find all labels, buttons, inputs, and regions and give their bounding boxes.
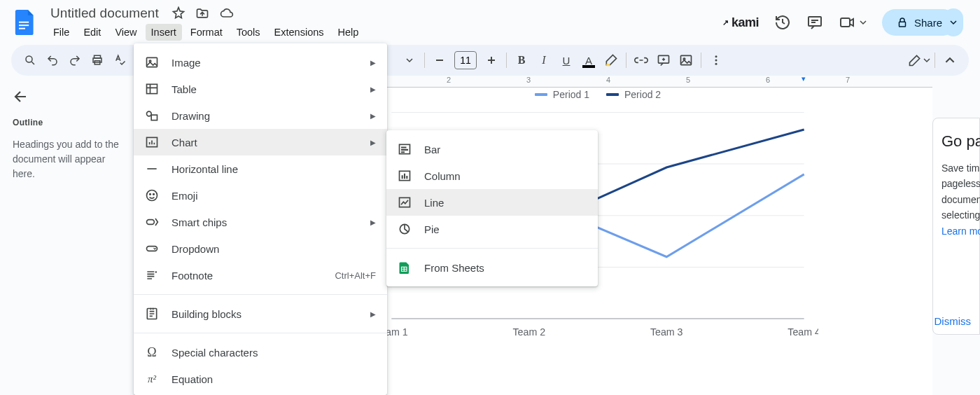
redo-icon[interactable]	[64, 50, 85, 71]
menu-help[interactable]: Help	[332, 24, 365, 41]
learn-more-link[interactable]: Learn more	[941, 226, 980, 237]
search-menus-icon[interactable]	[20, 50, 41, 71]
menu-insert[interactable]: Insert	[146, 24, 182, 41]
insert-item-dropdown[interactable]: Dropdown	[134, 235, 387, 262]
print-icon[interactable]	[87, 50, 108, 71]
chart-item-pie[interactable]: Pie	[386, 216, 598, 242]
table-icon	[145, 82, 159, 96]
insert-item-building-blocks[interactable]: Building blocks ▶	[134, 300, 387, 327]
move-icon[interactable]	[195, 6, 209, 20]
menu-file[interactable]: File	[48, 24, 75, 41]
emoji-icon	[145, 188, 159, 202]
pie-icon	[398, 222, 412, 236]
meet-button[interactable]	[839, 14, 867, 31]
caret-down-icon[interactable]	[399, 50, 420, 71]
svg-rect-11	[681, 55, 692, 64]
header-actions: ↗kami Share	[722, 8, 969, 36]
insert-item-special-characters[interactable]: Ω Special characters	[134, 339, 387, 366]
dismiss-button[interactable]: Dismiss	[934, 315, 972, 327]
menu-extensions[interactable]: Extensions	[269, 24, 330, 41]
footnote-icon	[145, 268, 159, 282]
outline-back-icon[interactable]	[13, 88, 32, 108]
insert-image-icon[interactable]	[676, 50, 696, 71]
menu-item-label: Chart	[172, 137, 358, 148]
svg-point-32	[147, 190, 158, 201]
outline-placeholder: Headings you add to the document will ap…	[13, 137, 119, 181]
undo-icon[interactable]	[42, 50, 63, 71]
dropdown-icon	[145, 242, 159, 256]
menu-edit[interactable]: Edit	[78, 24, 106, 41]
underline-icon[interactable]: U	[556, 50, 577, 71]
doc-title[interactable]: Untitled document	[45, 4, 164, 22]
menu-tools[interactable]: Tools	[231, 24, 266, 41]
image-icon	[145, 55, 159, 69]
font-size-input[interactable]	[454, 51, 477, 69]
blocks-icon	[145, 307, 159, 321]
chevron-right-icon: ▶	[370, 85, 376, 93]
increase-font-icon[interactable]	[481, 50, 502, 71]
decrease-font-icon[interactable]	[429, 50, 450, 71]
comments-icon[interactable]	[806, 14, 823, 31]
menu-item-label: Image	[172, 57, 358, 69]
insert-item-table[interactable]: Table ▶	[134, 76, 387, 102]
lock-icon	[896, 16, 909, 29]
italic-icon[interactable]: I	[533, 50, 554, 71]
svg-text:Team 3: Team 3	[650, 326, 683, 338]
insert-item-chart[interactable]: Chart ▶	[134, 129, 387, 155]
ruler-tick: 3	[526, 76, 531, 84]
history-icon[interactable]	[774, 14, 791, 31]
menu-item-label: Drawing	[172, 110, 358, 122]
insert-item-drawing[interactable]: Drawing ▶	[134, 102, 387, 129]
docs-logo[interactable]	[11, 8, 39, 36]
svg-rect-5	[899, 22, 905, 27]
text-color-icon[interactable]: A	[578, 50, 599, 71]
menu-item-label: Dropdown	[172, 243, 376, 255]
menu-item-label: Special characters	[172, 347, 376, 359]
chevron-right-icon: ▶	[370, 139, 376, 146]
menu-view[interactable]: View	[109, 24, 142, 41]
insert-item-emoji[interactable]: Emoji	[134, 182, 387, 209]
insert-item-image[interactable]: Image ▶	[134, 49, 387, 76]
highlight-icon[interactable]	[601, 50, 622, 71]
chart-item-from-sheets[interactable]: From Sheets	[386, 254, 598, 281]
caret-down-icon	[923, 57, 930, 64]
menu-format[interactable]: Format	[185, 24, 228, 41]
chart-item-line[interactable]: Line	[386, 189, 598, 216]
kami-extension[interactable]: ↗kami	[722, 15, 759, 30]
sheets-icon	[398, 261, 412, 275]
chart-legend: Period 1 Period 2	[377, 85, 818, 100]
chart-item-bar[interactable]: Bar	[386, 136, 598, 162]
menu-item-label: Table	[172, 83, 358, 95]
insert-item-footnote[interactable]: Footnote Ctrl+Alt+F	[134, 262, 387, 289]
star-icon[interactable]	[172, 6, 186, 20]
cloud-status-icon[interactable]	[219, 6, 234, 20]
svg-point-15	[715, 63, 718, 65]
menu-item-label: Horizontal line	[172, 163, 376, 175]
add-comment-icon[interactable]	[653, 50, 674, 71]
menu-item-label: Pie	[424, 223, 587, 235]
svg-text:Team 4: Team 4	[788, 326, 818, 338]
menu-item-label: Emoji	[172, 190, 376, 202]
insert-item-horizontal-line[interactable]: Horizontal line	[134, 155, 387, 182]
spellcheck-icon[interactable]	[109, 50, 130, 71]
share-dropdown[interactable]	[944, 8, 963, 36]
insert-item-smart-chips[interactable]: Smart chips ▶	[134, 209, 387, 235]
omega-icon: Ω	[145, 345, 159, 359]
chart-item-column[interactable]: Column	[386, 162, 598, 189]
menu-item-label: Footnote	[172, 270, 322, 282]
legend-label: Period 2	[624, 89, 661, 100]
indent-marker-icon[interactable]: ▾	[802, 76, 806, 83]
pi-icon: π²	[145, 372, 159, 386]
chips-icon	[145, 215, 159, 229]
drawing-icon	[145, 109, 159, 123]
insert-link-icon[interactable]	[631, 50, 652, 71]
svg-rect-0	[19, 22, 29, 23]
menu-item-label: Smart chips	[172, 216, 358, 228]
more-icon[interactable]	[706, 50, 727, 71]
insert-item-equation[interactable]: π² Equation	[134, 366, 387, 392]
editing-mode-button[interactable]	[908, 53, 930, 67]
collapse-toolbar-icon[interactable]	[939, 50, 960, 71]
bold-icon[interactable]: B	[511, 50, 532, 71]
svg-point-14	[715, 60, 718, 62]
ruler-tick: 2	[447, 76, 451, 84]
